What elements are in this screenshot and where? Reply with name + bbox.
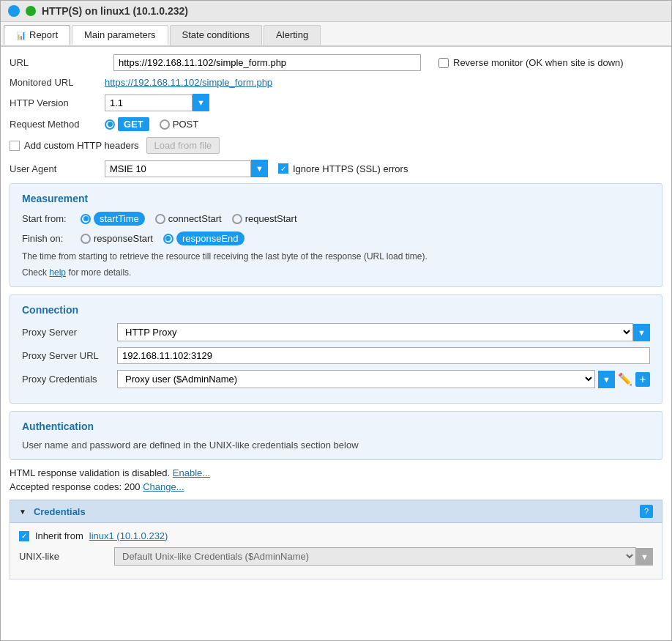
proxy-credentials-row: Proxy Credentials Proxy user ($AdminName…: [22, 370, 650, 388]
request-method-group: GET POST: [105, 117, 198, 131]
custom-headers-row: Add custom HTTP headers Load from file: [10, 137, 662, 154]
radio-request-start[interactable]: requestStart: [232, 213, 297, 224]
proxy-credentials-add-btn[interactable]: +: [635, 372, 650, 387]
proxy-url-input[interactable]: [117, 347, 650, 364]
url-label: URL: [10, 57, 105, 68]
proxy-url-row: Proxy Server URL: [22, 347, 650, 364]
radio-start-time[interactable]: startTime: [81, 212, 145, 226]
request-method-label: Request Method: [10, 119, 105, 130]
radio-get-circle: [105, 119, 115, 130]
authentication-title: Authentication: [22, 420, 650, 432]
measurement-section: Measurement Start from: startTime connec…: [10, 183, 662, 287]
proxy-credentials-dropdown-btn[interactable]: ▼: [598, 371, 615, 388]
request-method-row: Request Method GET POST: [10, 117, 662, 131]
enable-link[interactable]: Enable...: [173, 467, 210, 478]
main-window: HTTP(S) on linux1 (10.1.0.232) 📊Report M…: [0, 0, 672, 641]
reverse-monitor-label: Reverse monitor (OK when site is down): [453, 57, 624, 68]
proxy-server-row: Proxy Server HTTP Proxy ▼: [22, 323, 650, 341]
radio-post[interactable]: POST: [160, 119, 198, 130]
proxy-server-dropdown-btn[interactable]: ▼: [633, 324, 650, 341]
proxy-url-label: Proxy Server URL: [22, 350, 117, 361]
monitored-url-label: Monitored URL: [10, 77, 105, 88]
inherit-row: Inherit from linux1 (10.1.0.232): [19, 530, 653, 541]
measurement-title: Measurement: [22, 193, 650, 204]
finish-on-row: Finish on: responseStart responseEnd: [22, 231, 650, 245]
http-version-dropdown-btn[interactable]: ▼: [193, 94, 209, 111]
http-version-row: HTTP Version 1.1 1.0 2.0 ▼: [10, 94, 662, 111]
credentials-help-btn[interactable]: ?: [640, 505, 653, 518]
monitored-url-link[interactable]: https://192.168.11.102/simple_form.php: [105, 77, 272, 88]
radio-post-circle: [160, 119, 170, 130]
http-version-select[interactable]: 1.1 1.0 2.0: [105, 95, 193, 111]
change-link[interactable]: Change...: [143, 481, 184, 492]
inherit-checkbox[interactable]: [19, 531, 29, 541]
radio-connect-start-circle: [155, 214, 165, 224]
request-start-label: requestStart: [245, 213, 297, 224]
unix-like-label: UNIX-like: [19, 551, 114, 562]
credentials-header[interactable]: ▼ Credentials ?: [10, 500, 662, 523]
ignore-ssl-item[interactable]: Ignore HTTPS (SSL) errors: [278, 163, 408, 174]
response-end-label: responseEnd: [176, 231, 244, 245]
start-time-label: startTime: [94, 212, 145, 226]
url-input[interactable]: [113, 54, 421, 71]
user-agent-row: User Agent MSIE 10 ▼ Ignore HTTPS (SSL) …: [10, 160, 662, 177]
proxy-credentials-select[interactable]: Proxy user ($AdminName): [117, 370, 595, 388]
radio-get[interactable]: GET: [105, 117, 149, 131]
proxy-server-label: Proxy Server: [22, 327, 117, 338]
window-title: HTTP(S) on linux1 (10.1.0.232): [42, 5, 188, 17]
start-from-label: Start from:: [22, 213, 81, 224]
custom-headers-label: Add custom HTTP headers: [24, 140, 139, 151]
status-icon: [26, 6, 36, 16]
proxy-credentials-label: Proxy Credentials: [22, 374, 117, 385]
credentials-title: Credentials: [34, 506, 86, 517]
radio-response-start-circle: [81, 234, 91, 244]
help-link[interactable]: help: [49, 267, 66, 278]
globe-icon: [8, 5, 20, 17]
connection-section: Connection Proxy Server HTTP Proxy ▼ Pro…: [10, 294, 662, 404]
connection-title: Connection: [22, 304, 650, 316]
user-agent-dropdown-btn[interactable]: ▼: [251, 160, 268, 177]
proxy-credentials-edit-btn[interactable]: ✏️: [618, 372, 632, 386]
monitored-url-row: Monitored URL https://192.168.11.102/sim…: [10, 77, 662, 88]
measurement-check-row: Check help for more details.: [22, 267, 650, 278]
main-content: URL Reverse monitor (OK when site is dow…: [1, 47, 671, 587]
tab-main-parameters[interactable]: Main parameters: [72, 25, 168, 45]
tab-alerting[interactable]: Alerting: [264, 25, 321, 45]
authentication-section: Authentication User name and password ar…: [10, 411, 662, 460]
radio-request-start-circle: [232, 214, 242, 224]
proxy-server-select[interactable]: HTTP Proxy: [117, 323, 633, 341]
html-validation-row: HTML response validation is disabled. En…: [10, 467, 662, 478]
unix-like-row: UNIX-like Default Unix-like Credentials …: [19, 547, 653, 566]
radio-response-start[interactable]: responseStart: [81, 233, 153, 244]
user-agent-select[interactable]: MSIE 10: [105, 160, 251, 177]
unix-like-select[interactable]: Default Unix-like Credentials ($AdminNam…: [114, 547, 636, 566]
tab-state-conditions[interactable]: State conditions: [170, 25, 263, 45]
scrollable-area[interactable]: URL Reverse monitor (OK when site is dow…: [1, 47, 671, 640]
start-from-row: Start from: startTime connectStart: [22, 212, 650, 226]
custom-headers-checkbox[interactable]: [10, 141, 20, 151]
reverse-monitor-checkbox[interactable]: [438, 58, 449, 68]
accepted-codes-row: Accepted response codes: 200 Change...: [10, 481, 662, 492]
unix-like-dropdown-btn[interactable]: ▼: [636, 548, 653, 566]
post-label: POST: [173, 119, 198, 130]
finish-on-group: responseStart responseEnd: [81, 231, 244, 245]
content-wrapper: URL Reverse monitor (OK when site is dow…: [1, 47, 671, 640]
inherit-label: Inherit from: [35, 530, 83, 541]
custom-headers-checkbox-item[interactable]: Add custom HTTP headers: [10, 140, 139, 151]
measurement-description: The time from starting to retrieve the r…: [22, 251, 650, 262]
title-bar: HTTP(S) on linux1 (10.1.0.232): [1, 1, 671, 22]
credentials-chevron: ▼: [19, 508, 26, 516]
credentials-content: Inherit from linux1 (10.1.0.232) UNIX-li…: [10, 523, 662, 579]
load-from-file-button[interactable]: Load from file: [146, 137, 220, 154]
radio-response-end[interactable]: responseEnd: [163, 231, 244, 245]
radio-response-end-circle: [163, 234, 173, 244]
radio-connect-start[interactable]: connectStart: [155, 213, 222, 224]
tab-bar: 📊Report Main parameters State conditions…: [1, 22, 671, 47]
start-from-group: startTime connectStart requestStart: [81, 212, 297, 226]
inherit-value-link[interactable]: linux1 (10.1.0.232): [89, 530, 168, 541]
user-agent-label: User Agent: [10, 163, 105, 174]
tab-report[interactable]: 📊Report: [4, 25, 70, 45]
http-version-label: HTTP Version: [10, 97, 105, 108]
ignore-ssl-checkbox[interactable]: [278, 163, 288, 174]
get-label: GET: [118, 117, 149, 131]
